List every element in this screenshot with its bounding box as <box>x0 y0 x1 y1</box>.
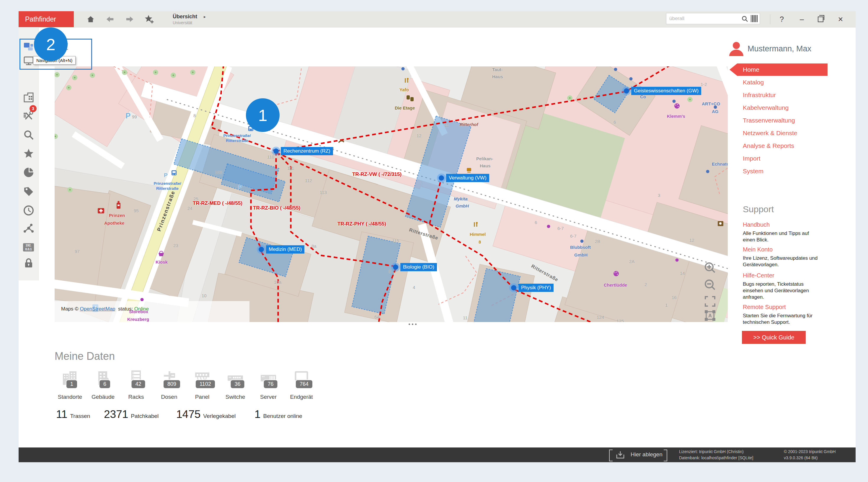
stat-label: Endgerät <box>284 394 318 400</box>
map-house-number: 4 <box>413 285 415 290</box>
map-house-number: 3 <box>658 193 660 198</box>
map-house-number: 115 <box>392 238 399 243</box>
marker-dot[interactable] <box>439 175 444 181</box>
map-building-marker[interactable]: Medizin (MED) <box>266 245 304 254</box>
remote-support-desc-2: technischen Support. <box>743 319 861 326</box>
map-house-number: 24 <box>187 206 192 211</box>
svg-text:A: A <box>708 313 712 318</box>
splitter-handle[interactable] <box>409 323 416 325</box>
tags-tool-button[interactable] <box>23 186 35 197</box>
network-tool-button[interactable] <box>23 223 35 235</box>
map-zoom-out-button[interactable] <box>703 278 717 292</box>
hilfe-center-desc-1: Bugs reporten, Ticketstatus <box>743 281 861 288</box>
map-poi-label: Die Etage <box>395 105 415 110</box>
version-info: v3.9.0.326 (64 Bit) <box>784 455 817 460</box>
marker-label[interactable]: Physik (PHY) <box>519 284 554 292</box>
bracket-left <box>609 450 613 461</box>
map-poi-label: P <box>164 172 168 179</box>
restore-button[interactable] <box>812 11 829 27</box>
map-poi-label: Echnato <box>712 161 728 166</box>
quick-guide-button[interactable]: >> Quick Guide <box>742 331 806 344</box>
favorite-add-button[interactable] <box>143 11 156 27</box>
stat-switche: 36 Switche <box>218 369 252 389</box>
drop-target-label[interactable]: Hier ablegen <box>631 451 662 458</box>
marker-label[interactable]: Verwaltung (VW) <box>446 174 489 182</box>
marker-dot[interactable] <box>393 264 398 270</box>
map-building-marker[interactable]: Biologie (BIO) <box>400 263 437 271</box>
map-building-marker[interactable]: Geisteswissenschaften (GW) <box>631 87 701 95</box>
marker-dot[interactable] <box>624 88 629 94</box>
lock-icon <box>23 258 34 269</box>
divider <box>770 14 770 24</box>
hilfe-center-desc-3: anfragen. <box>743 294 861 300</box>
total-value: 2371 <box>104 408 128 421</box>
app-menu-button[interactable]: Pathfinder <box>19 11 74 27</box>
sidebar-item-infrastruktur[interactable]: Infrastruktur <box>730 89 828 101</box>
stat-racks: 42 Racks <box>119 369 153 389</box>
sidebar-item-analyse-reports[interactable]: Analyse & Reports <box>730 139 828 152</box>
search-input[interactable] <box>669 14 738 23</box>
mein-konto-link[interactable]: Mein Konto <box>743 246 861 253</box>
user-name[interactable]: Mustermann, Max <box>748 44 811 54</box>
marker-dot[interactable] <box>259 247 264 252</box>
handbuch-desc-2: einen Blick. <box>743 237 861 243</box>
marker-dot[interactable] <box>511 285 516 290</box>
map-poi-label: Prinzen <box>109 213 125 218</box>
sidebar-item-netzwerk-dienste[interactable]: Netzwerk & Dienste <box>730 127 828 139</box>
search-icon[interactable] <box>741 15 748 23</box>
sidebar-item-kabelverwaltung[interactable]: Kabelverwaltung <box>730 101 828 114</box>
help-button[interactable]: ? <box>774 11 790 27</box>
ip-address-tool-button[interactable]: 192. 0.0.1 <box>23 243 34 252</box>
minimize-button[interactable]: – <box>794 11 810 27</box>
map-house-number: 111 <box>287 166 294 171</box>
reports-tool-button[interactable] <box>23 166 35 178</box>
barcode-scan-icon[interactable] <box>751 15 758 22</box>
breadcrumb[interactable]: Übersicht <box>173 13 197 20</box>
handbuch-link[interactable]: Handbuch <box>743 221 861 228</box>
map-house-number: 125 <box>616 319 624 322</box>
close-button[interactable]: × <box>832 11 849 27</box>
map-building-marker[interactable]: Rechenzentrum (RZ) <box>281 147 333 155</box>
home-button[interactable] <box>84 11 97 27</box>
map-poi-label: P <box>238 184 242 190</box>
floorplan-tool-button[interactable] <box>23 92 35 103</box>
remote-support-link[interactable]: Remote Support <box>743 304 861 311</box>
stat-gebaeude: 6 Gebäude <box>86 369 120 389</box>
history-tool-button[interactable] <box>23 204 35 216</box>
marker-dot[interactable] <box>273 149 279 154</box>
lock-tool-button[interactable] <box>23 257 35 269</box>
map-fullscreen-button[interactable] <box>703 294 717 309</box>
search-tool-button[interactable] <box>23 129 35 141</box>
map-canvas[interactable]: 9995971081101111121131141152524231412111… <box>55 66 728 322</box>
back-button[interactable] <box>104 11 117 27</box>
map-poi-label: Mykita <box>454 196 468 201</box>
star-plus-icon <box>144 14 154 24</box>
total-verlegekabel: 1475 Verlegekabel <box>176 408 236 421</box>
mein-konto-desc-2: Gerätevorlagen. <box>743 261 861 268</box>
sidebar-item-home[interactable]: Home <box>730 63 828 76</box>
openstreetmap-link[interactable]: OpenStreetMap <box>80 306 116 312</box>
map-building-marker[interactable]: Verwaltung (VW) <box>446 174 489 182</box>
marker-label[interactable]: Geisteswissenschaften (GW) <box>631 87 701 95</box>
marker-label[interactable]: Rechenzentrum (RZ) <box>281 147 333 155</box>
map-building-marker[interactable]: Physik (PHY) <box>519 284 554 292</box>
tag-icon <box>23 186 34 197</box>
forward-button[interactable] <box>123 11 136 27</box>
sidebar-item-import[interactable]: Import <box>730 152 828 165</box>
map-zoom-in-button[interactable] <box>703 261 717 275</box>
map-route-label: TR-RZ-MED ( -/48/55) <box>193 200 242 206</box>
map-poi-label: Ritterhof <box>460 122 478 127</box>
map-house-number: 6A <box>374 314 380 319</box>
favorites-tool-button[interactable] <box>23 148 35 160</box>
handbuch-desc-1: Alle Funktionen und Tipps auf <box>743 230 861 237</box>
hilfe-center-link[interactable]: Hilfe-Center <box>743 272 861 279</box>
total-label: Benutzer online <box>264 413 302 419</box>
sidebar-item-trassenverwaltung[interactable]: Trassenverwaltung <box>730 114 828 127</box>
sidebar-item-katalog[interactable]: Katalog <box>730 76 828 89</box>
map-house-number: 1 <box>665 302 668 308</box>
marker-label[interactable]: Biologie (BIO) <box>400 263 437 271</box>
map-label-select-button[interactable]: A <box>703 309 717 322</box>
sidebar-item-system[interactable]: System <box>730 165 828 178</box>
license-info: Lizenziert: tripunkt GmbH (Christin) <box>679 449 744 454</box>
marker-label[interactable]: Medizin (MED) <box>266 245 304 254</box>
